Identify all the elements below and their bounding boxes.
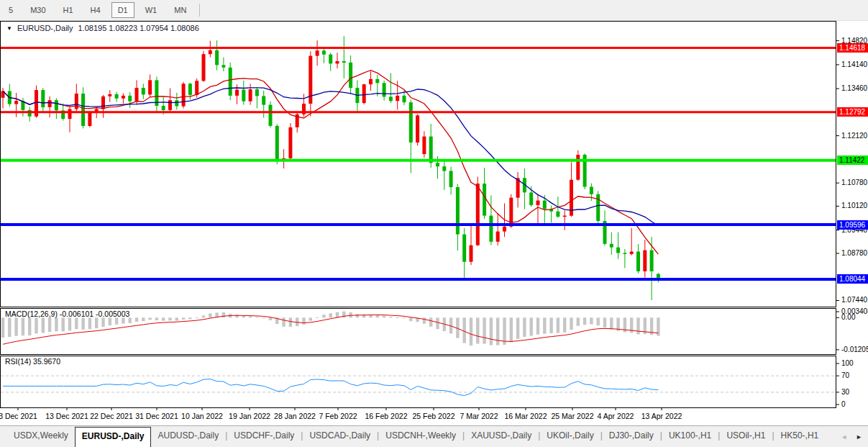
price-tick-label: 1.07440 [841,296,867,304]
timeframe-toolbar: 5M30H1H4D1W1MN [0,0,868,21]
timeframe-button-h1[interactable]: H1 [57,2,80,18]
tab-ukoil-daily[interactable]: UKOil-,Daily [540,426,600,447]
rsi-axis-label: 70 [841,371,849,380]
hline-price-tag: 1.12792 [837,107,868,117]
timeframe-button-w1[interactable]: W1 [139,2,164,18]
timeframe-button-5[interactable]: 5 [2,2,19,18]
date-label: 13 Dec 2021 [45,412,88,420]
date-label: 22 Dec 2021 [90,412,133,420]
date-label: 16 Mar 2022 [505,412,547,420]
chart-collapse-icon[interactable]: ▼ [6,25,12,32]
date-label: 7 Feb 2022 [319,412,357,420]
date-label: 16 Feb 2022 [365,412,408,420]
timeframe-button-h4[interactable]: H4 [84,2,107,18]
chart-ohlc-values: 1.08195 1.08223 1.07954 1.08086 [78,24,199,32]
tab-uk100-h1[interactable]: UK100-,H1 [662,426,718,447]
rsi-label: RSI(14) 35.9670 [5,357,60,366]
tab-usdchf-daily[interactable]: USDCHF-,Daily [227,426,301,447]
toolbar-separator [199,4,200,17]
hline-price-tag: 1.09596 [837,220,868,230]
tab-xauusd-daily[interactable]: XAUUSD-,Daily [465,426,538,447]
price-tick-label: 1.13460 [841,84,867,93]
main-chart-window[interactable] [0,21,836,307]
timeframe-button-m30[interactable]: M30 [24,2,52,18]
trading-terminal-window: 5M30H1H4D1W1MN ▼ EURUSD-,Daily 1.08195 1… [0,0,868,447]
tab-scroll-right-icon[interactable]: ► [856,433,862,441]
hline-price-tag: 1.14618 [837,43,868,53]
price-tick-label: 1.10780 [841,179,867,187]
price-tick-label: 1.14140 [841,60,867,69]
date-label: 28 Jan 2022 [274,412,316,420]
tab-scroll-arrows: ◄ ► [838,426,868,447]
date-label: 3 Dec 2021 [0,412,37,420]
tab-usdcnh-weekly[interactable]: USDCNH-,Weekly [379,426,462,447]
date-label: 7 Mar 2022 [460,412,498,420]
chart-symbol-title: EURUSD-,Daily [17,24,73,32]
symbol-tabs: USDX,WeeklyEURUSD-,DailyAUDUSD-,Daily|US… [7,426,825,447]
date-label: 10 Jan 2022 [181,412,223,420]
tab-usdx-weekly[interactable]: USDX,Weekly [7,426,75,447]
chart-title-bar: ▼ EURUSD-,Daily 1.08195 1.08223 1.07954 … [6,24,199,32]
rsi-axis-label: 30 [841,388,849,397]
macd-label: MACD(12,26,9) -0.006101 -0.005003 [5,310,129,318]
hline-price-tag: 1.11422 [837,155,868,165]
rsi-axis-label: 100 [841,359,854,368]
rsi-axis-label: 0 [841,400,846,409]
date-label: 25 Feb 2022 [413,412,455,420]
tab-hk50-h1[interactable]: HK50-,H1 [775,426,826,447]
date-label: 31 Dec 2021 [135,412,178,420]
tab-audusd-daily[interactable]: AUDUSD-,Daily [151,426,225,447]
tab-dj30-daily[interactable]: DJ30-,Daily [603,426,660,447]
timeframe-button-d1[interactable]: D1 [111,2,134,18]
date-label: 13 Apr 2022 [641,412,682,420]
hline-price-tag: 1.08044 [837,274,868,284]
macd-axis-label: 0.00 [841,313,855,322]
date-label: 4 Apr 2022 [598,412,634,420]
timeframe-button-mn[interactable]: MN [168,2,193,18]
price-tick-label: 1.08780 [841,249,867,258]
macd-axis-label: -0.012058 [841,346,868,354]
tab-eurusd-daily[interactable]: EURUSD-,Daily [75,427,152,447]
tab-scroll-left-icon[interactable]: ◄ [841,433,847,441]
rsi-indicator-window[interactable] [0,356,836,408]
price-tick-label: 1.12120 [841,132,867,140]
date-label: 19 Jan 2022 [229,412,270,420]
tab-usoil-h1[interactable]: USOil-,H1 [720,426,772,447]
date-label: 25 Mar 2022 [552,412,594,420]
price-tick-label: 1.10120 [841,202,867,210]
symbol-tab-bar: USDX,WeeklyEURUSD-,DailyAUDUSD-,Daily|US… [0,425,868,447]
tab-usdcad-daily[interactable]: USDCAD-,Daily [303,426,377,447]
